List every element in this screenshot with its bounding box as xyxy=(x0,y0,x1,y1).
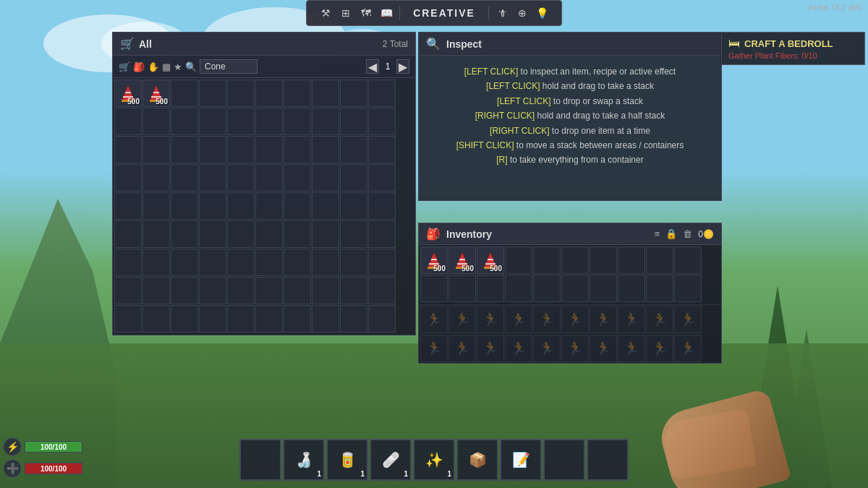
hotbar-slot-5[interactable]: 📦 xyxy=(456,439,498,481)
grid-cell-empty[interactable] xyxy=(227,164,255,192)
next-page-button[interactable]: ▶ xyxy=(396,59,409,74)
grid-cell-empty[interactable] xyxy=(255,221,283,248)
book-icon[interactable]: 📖 xyxy=(379,6,393,20)
grid-cell-empty[interactable] xyxy=(255,249,283,276)
grid-cell-empty[interactable] xyxy=(284,164,311,192)
equip-cell[interactable]: 🏃 xyxy=(618,306,645,333)
inv-cell-cone-1[interactable]: 500 xyxy=(420,247,448,274)
grid-cell-empty[interactable] xyxy=(142,305,170,333)
grid-cell-empty[interactable] xyxy=(255,108,283,135)
filter-search-icon[interactable]: 🔍 xyxy=(185,61,197,72)
equip-cell[interactable]: 🏃 xyxy=(420,306,448,333)
hotbar-slot-6[interactable]: 📝 xyxy=(500,439,542,481)
grid-cell-empty[interactable] xyxy=(227,221,255,248)
blade-icon[interactable]: 🗡 xyxy=(495,6,509,20)
grid-cell-empty[interactable] xyxy=(227,192,255,220)
equip-cell[interactable]: 🏃 xyxy=(477,306,504,333)
grid-cell-cone-2[interactable]: 500 xyxy=(142,80,170,107)
equip-cell[interactable]: 🏃 xyxy=(674,335,702,362)
equip-cell[interactable]: 🏃 xyxy=(646,335,673,362)
equip-cell[interactable]: 🏃 xyxy=(505,335,532,362)
grid-cell-empty[interactable] xyxy=(340,80,367,107)
inv-cell-empty[interactable] xyxy=(618,247,645,274)
inv-cell-cone-3[interactable]: 500 xyxy=(477,247,504,274)
hotbar-slot-0[interactable] xyxy=(239,439,281,481)
grid-cell-empty[interactable] xyxy=(114,249,142,276)
grid-cell-empty[interactable] xyxy=(227,108,255,135)
grid-cell-empty[interactable] xyxy=(142,136,170,163)
inv-cell-empty[interactable] xyxy=(646,247,673,274)
grid-cell-empty[interactable] xyxy=(368,136,396,163)
equip-cell[interactable]: 🏃 xyxy=(533,335,561,362)
grid-cell-empty[interactable] xyxy=(312,221,339,248)
grid-cell-empty[interactable] xyxy=(114,277,142,304)
grid-cell-empty[interactable] xyxy=(142,108,170,135)
hotbar-slot-1[interactable]: 🍶 1 xyxy=(283,439,325,481)
grid-cell-empty[interactable] xyxy=(199,108,226,135)
grid-cell-empty[interactable] xyxy=(284,80,311,107)
grid-cell-empty[interactable] xyxy=(114,192,142,220)
equip-cell[interactable]: 🏃 xyxy=(420,335,448,362)
inv-cell-empty[interactable] xyxy=(618,275,645,302)
grid-cell-empty[interactable] xyxy=(368,249,396,276)
grid-cell-empty[interactable] xyxy=(171,305,198,333)
grid-cell-empty[interactable] xyxy=(199,80,226,107)
grid-cell-empty[interactable] xyxy=(227,136,255,163)
grid-cell-empty[interactable] xyxy=(284,192,311,220)
grid-cell-empty[interactable] xyxy=(199,277,226,304)
inv-cell-empty[interactable] xyxy=(561,275,589,302)
grid-cell-empty[interactable] xyxy=(199,192,226,220)
equip-cell[interactable]: 🏃 xyxy=(448,335,476,362)
grid-cell-empty[interactable] xyxy=(368,192,396,220)
inv-cell-empty[interactable] xyxy=(674,247,702,274)
grid-cell-empty[interactable] xyxy=(171,221,198,248)
grid-cell-empty[interactable] xyxy=(114,164,142,192)
grid-cell-empty[interactable] xyxy=(255,305,283,333)
target-icon[interactable]: ⊕ xyxy=(515,6,529,20)
grid-cell-empty[interactable] xyxy=(368,108,396,135)
grid-cell-empty[interactable] xyxy=(340,136,367,163)
grid-cell-empty[interactable] xyxy=(312,136,339,163)
grid-cell-empty[interactable] xyxy=(340,305,367,333)
grid-cell-empty[interactable] xyxy=(340,249,367,276)
prev-page-button[interactable]: ◀ xyxy=(366,59,379,74)
grid-cell-empty[interactable] xyxy=(227,277,255,304)
hotbar-slot-2[interactable]: 🥫 1 xyxy=(326,439,368,481)
grid-cell-empty[interactable] xyxy=(340,192,367,220)
equip-cell[interactable]: 🏃 xyxy=(561,306,589,333)
grid-cell-empty[interactable] xyxy=(312,108,339,135)
grid-cell-empty[interactable] xyxy=(368,80,396,107)
grid-cell-empty[interactable] xyxy=(255,164,283,192)
grid-cell-empty[interactable] xyxy=(142,277,170,304)
grid-cell-empty[interactable] xyxy=(312,277,339,304)
grid-cell-empty[interactable] xyxy=(255,277,283,304)
grid-cell-empty[interactable] xyxy=(199,305,226,333)
sort-icon[interactable]: ≡ xyxy=(655,228,660,239)
filter-blocks-icon[interactable]: ▦ xyxy=(162,61,171,72)
grid-cell-empty[interactable] xyxy=(340,108,367,135)
equip-cell[interactable]: 🏃 xyxy=(674,306,702,333)
grid-cell-empty[interactable] xyxy=(368,277,396,304)
grid-cell-empty[interactable] xyxy=(227,305,255,333)
grid-cell-empty[interactable] xyxy=(284,136,311,163)
inv-cell-cone-2[interactable]: 500 xyxy=(448,247,476,274)
grid-cell-empty[interactable] xyxy=(284,277,311,304)
grid-cell-empty[interactable] xyxy=(368,221,396,248)
equip-cell[interactable]: 🏃 xyxy=(477,335,504,362)
grid-cell-empty[interactable] xyxy=(255,80,283,107)
grid-cell-empty[interactable] xyxy=(142,249,170,276)
grid-cell-empty[interactable] xyxy=(227,80,255,107)
grid-cell-empty[interactable] xyxy=(312,80,339,107)
grid-icon[interactable]: ⊞ xyxy=(339,6,353,20)
equip-cell[interactable]: 🏃 xyxy=(448,306,476,333)
grid-cell-empty[interactable] xyxy=(255,136,283,163)
grid-cell-empty[interactable] xyxy=(199,136,226,163)
grid-cell-empty[interactable] xyxy=(340,221,367,248)
grid-cell-empty[interactable] xyxy=(199,249,226,276)
grid-cell-empty[interactable] xyxy=(171,108,198,135)
inv-cell-empty[interactable] xyxy=(590,247,617,274)
grid-cell-cone-1[interactable]: 500 xyxy=(114,80,142,107)
equip-cell[interactable]: 🏃 xyxy=(590,335,617,362)
lock-icon[interactable]: 🔒 xyxy=(665,228,677,239)
hammer-icon[interactable]: ⚒ xyxy=(318,6,333,20)
